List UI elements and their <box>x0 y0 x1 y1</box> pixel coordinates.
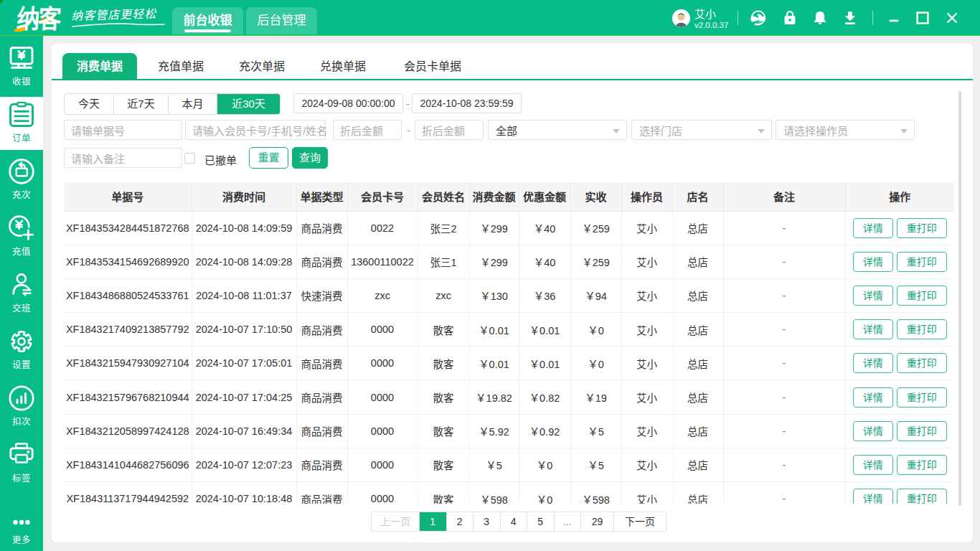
corner-leaf-icon <box>0 0 6 6</box>
detail-button[interactable]: 详情 <box>853 387 893 408</box>
query-button[interactable]: 查询 <box>292 147 328 169</box>
sidebar-item-more[interactable]: 更多 <box>0 515 43 550</box>
cell-消费时间: 2024-10-08 11:01:37 <box>192 278 296 312</box>
remark-input[interactable]: 请输入备注 <box>64 148 182 168</box>
type-select[interactable]: 全部 <box>488 120 627 140</box>
page-button-29[interactable]: 29 <box>580 512 613 531</box>
cell-优惠金额: ￥0.82 <box>519 380 570 414</box>
reprint-button[interactable]: 重打印 <box>897 218 947 238</box>
next-page-button[interactable]: 下一页 <box>613 512 666 531</box>
reprint-button[interactable]: 重打印 <box>897 421 947 441</box>
detail-button[interactable]: 详情 <box>853 252 893 272</box>
quick-range-本月[interactable]: 本月 <box>168 94 217 114</box>
cell-消费金额: ￥19.82 <box>469 380 519 414</box>
tab-front-cashier[interactable]: 前台收银 <box>172 7 243 34</box>
detail-button[interactable]: 详情 <box>853 489 893 504</box>
cell-实收: ￥259 <box>570 245 621 278</box>
bell-icon[interactable] <box>811 0 829 36</box>
doc-tab-充次单据[interactable]: 充次单据 <box>225 53 299 80</box>
sidebar-item-recharge-money[interactable]: 充值 <box>0 210 43 263</box>
sidebar-item-orders[interactable]: 订单 <box>0 97 43 150</box>
quick-range-近7天[interactable]: 近7天 <box>113 94 168 114</box>
lock-icon[interactable] <box>781 0 799 36</box>
reset-button[interactable]: 重置 <box>249 147 288 169</box>
reprint-button[interactable]: 重打印 <box>897 252 947 272</box>
amount-max-input[interactable]: 折后金额 <box>415 120 484 140</box>
tab-back-admin[interactable]: 后台管理 <box>246 7 317 34</box>
sidebar-item-recharge-times[interactable]: 充次 <box>0 154 43 207</box>
reprint-button[interactable]: 重打印 <box>897 455 947 475</box>
sidebar-item-label: 扣次 <box>0 414 43 428</box>
detail-button[interactable]: 详情 <box>853 455 893 475</box>
reprint-button[interactable]: 重打印 <box>897 387 947 408</box>
sidebar-item-settings[interactable]: 设置 <box>0 324 43 377</box>
settings-gear-icon <box>9 329 34 354</box>
page-button-4[interactable]: 4 <box>500 512 527 531</box>
sidebar-item-cashier[interactable]: 收银 <box>0 40 43 93</box>
date-from-input[interactable]: 2024-09-08 00:00:00 <box>293 93 403 113</box>
doc-tab-会员卡单据[interactable]: 会员卡单据 <box>387 53 479 80</box>
date-to-input[interactable]: 2024-10-08 23:59:59 <box>412 93 522 113</box>
table-row: XF18432159479309271042024-10-07 17:05:01… <box>64 347 954 380</box>
doc-tab-消费单据[interactable]: 消费单据 <box>62 53 137 80</box>
sidebar-item-label: 充次 <box>0 187 43 201</box>
quick-range-group: 今天近7天本月近30天 <box>64 93 281 115</box>
cell-单据号: XF1843534284451872768 <box>64 211 192 245</box>
cell-消费金额: ￥5 <box>469 448 519 481</box>
detail-button[interactable]: 详情 <box>853 353 893 373</box>
cell-会员卡号: 0000 <box>347 482 418 504</box>
cell-消费时间: 2024-10-07 10:18:48 <box>192 482 296 504</box>
sidebar-item-deduct-times[interactable]: 扣次 <box>0 380 43 433</box>
operator-select[interactable]: 请选择操作员 <box>776 120 915 140</box>
doc-tab-充值单据[interactable]: 充值单据 <box>143 53 218 80</box>
cell-实收: ￥19 <box>570 380 621 414</box>
cell-会员姓名: 散客 <box>418 347 469 380</box>
close-button[interactable] <box>943 0 961 36</box>
page-button-5[interactable]: 5 <box>527 512 554 531</box>
detail-button[interactable]: 详情 <box>853 286 893 306</box>
cell-优惠金额: ￥0.01 <box>519 347 570 380</box>
support-headset-icon[interactable] <box>749 0 768 36</box>
chevron-down-icon <box>758 129 765 133</box>
quick-range-今天[interactable]: 今天 <box>65 94 113 114</box>
detail-button[interactable]: 详情 <box>853 421 893 441</box>
pagination: 上一页12345...29下一页 <box>371 512 666 532</box>
detail-button[interactable]: 详情 <box>853 218 893 238</box>
page-button-3[interactable]: 3 <box>473 512 500 531</box>
user-meta: 艾小 v2.0.0.37 <box>694 8 728 31</box>
reprint-button[interactable]: 重打印 <box>897 286 947 306</box>
order-no-input[interactable]: 请输单据号 <box>64 120 182 140</box>
cell-单据类型: 商品消费 <box>296 448 347 481</box>
sidebar-item-label-print[interactable]: 标签 <box>0 437 43 490</box>
cell-操作: 详情重打印 <box>845 278 954 312</box>
reprint-button[interactable]: 重打印 <box>897 353 947 373</box>
detail-button[interactable]: 详情 <box>853 319 893 339</box>
cashier-monitor-icon <box>9 45 34 71</box>
reprint-button[interactable]: 重打印 <box>897 489 947 504</box>
maximize-button[interactable] <box>914 0 931 36</box>
page-button-1[interactable]: 1 <box>419 512 446 531</box>
member-search-input[interactable]: 请输入会员卡号/手机号/姓名 <box>185 120 326 140</box>
store-select[interactable]: 选择门店 <box>631 120 772 140</box>
cell-备注: - <box>723 448 845 481</box>
page-button-2[interactable]: 2 <box>446 512 473 531</box>
window-controls-separator <box>872 11 873 25</box>
column-header-备注: 备注 <box>723 182 845 211</box>
user-cluster[interactable]: 艾小 v2.0.0.37 <box>672 0 728 36</box>
amount-min-input[interactable]: 折后金额 <box>333 120 402 140</box>
sidebar-item-label: 订单 <box>0 131 43 144</box>
sidebar-item-shift[interactable]: 交班 <box>0 267 43 320</box>
cell-单据号: XF1843113717944942592 <box>64 482 192 504</box>
doc-tab-兑换单据[interactable]: 兑换单据 <box>306 53 380 80</box>
cell-会员卡号: 0000 <box>347 313 418 347</box>
reprint-button[interactable]: 重打印 <box>897 319 947 339</box>
vertical-scrollbar[interactable] <box>958 91 961 506</box>
topbar: 纳客 纳客管店更轻松 前台收银 后台管理 <box>0 0 980 36</box>
minimize-button[interactable] <box>885 0 903 36</box>
sidebar-item-label: 收银 <box>0 74 43 88</box>
quick-range-近30天[interactable]: 近30天 <box>217 94 280 114</box>
download-icon[interactable] <box>841 0 859 36</box>
prev-page-button[interactable]: 上一页 <box>372 512 419 531</box>
cancelled-checkbox[interactable] <box>184 153 195 164</box>
cancelled-checkbox-label[interactable]: 已撤单 <box>204 152 237 167</box>
